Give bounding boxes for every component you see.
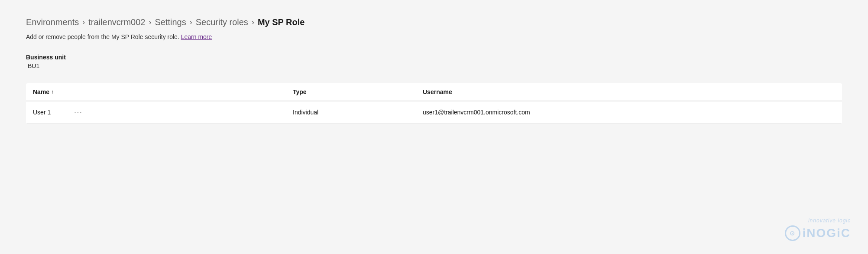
- col-username-label: Username: [423, 88, 452, 95]
- user-name: User 1: [33, 109, 51, 116]
- users-table: Name ↑ Type Username User 1 ··· Individu…: [26, 83, 842, 124]
- business-unit-value: BU1: [26, 62, 842, 69]
- table-header: Name ↑ Type Username: [26, 83, 842, 101]
- breadcrumb-sep-2: ›: [149, 18, 151, 27]
- row-options-button[interactable]: ···: [71, 107, 85, 117]
- learn-more-link[interactable]: Learn more: [181, 33, 212, 40]
- row-username-cell: user1@trailenvcrm001.onmicrosoft.com: [423, 109, 835, 116]
- subtitle-text: Add or remove people from the My SP Role…: [26, 33, 179, 40]
- page-subtitle: Add or remove people from the My SP Role…: [26, 33, 842, 42]
- breadcrumb-trailenvcrm002[interactable]: trailenvcrm002: [88, 17, 145, 27]
- table-row: User 1 ··· Individual user1@trailenvcrm0…: [26, 101, 842, 124]
- breadcrumb-sep-1: ›: [82, 18, 85, 27]
- breadcrumb-my-sp-role: My SP Role: [258, 17, 305, 27]
- col-type-label: Type: [293, 88, 307, 95]
- col-header-type[interactable]: Type: [293, 88, 423, 95]
- breadcrumb-security-roles[interactable]: Security roles: [196, 17, 248, 27]
- breadcrumb-settings[interactable]: Settings: [155, 17, 186, 27]
- watermark-circle-icon: ⊙: [785, 225, 800, 241]
- watermark-logo: ⊙ iNOGiC: [785, 225, 851, 241]
- business-unit-section: Business unit BU1: [26, 54, 842, 69]
- col-name-label: Name: [33, 88, 49, 95]
- row-name-cell: User 1 ···: [33, 107, 293, 117]
- breadcrumb-sep-4: ›: [252, 18, 254, 27]
- breadcrumb-environments[interactable]: Environments: [26, 17, 79, 27]
- watermark: innovative logic ⊙ iNOGiC: [785, 218, 851, 241]
- col-header-name[interactable]: Name ↑: [33, 88, 293, 95]
- row-type-cell: Individual: [293, 109, 423, 116]
- watermark-tagline: innovative logic: [808, 218, 851, 224]
- breadcrumb-sep-3: ›: [190, 18, 192, 27]
- page-container: Environments › trailenvcrm002 › Settings…: [0, 0, 868, 254]
- business-unit-label: Business unit: [26, 54, 842, 61]
- sort-icon-name: ↑: [51, 89, 54, 95]
- breadcrumb: Environments › trailenvcrm002 › Settings…: [26, 17, 842, 27]
- col-header-username[interactable]: Username: [423, 88, 835, 95]
